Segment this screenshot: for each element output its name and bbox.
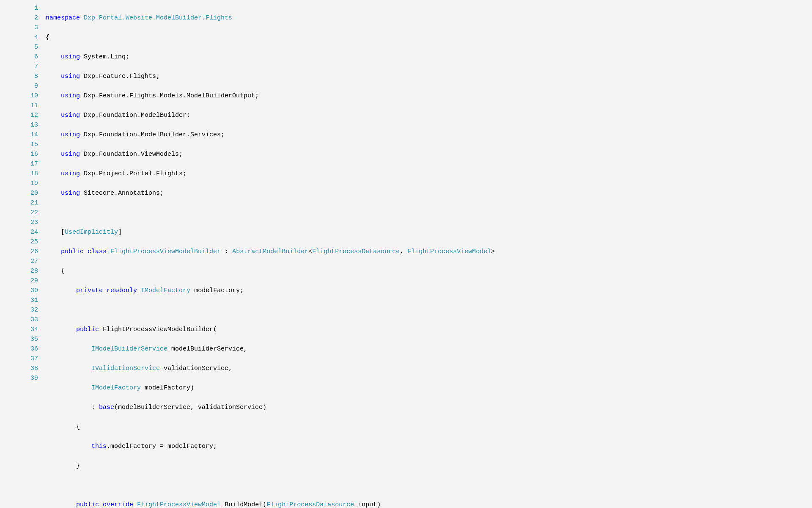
code-line: { [46,422,495,432]
line-number: 4 [0,33,38,42]
line-number: 2 [0,13,38,23]
code-line: using Dxp.Foundation.ViewModels; [46,149,495,159]
code-line: { [46,33,495,42]
code-line: using Dxp.Feature.Flights.Models.ModelBu… [46,91,495,101]
line-number: 36 [0,344,38,354]
line-number: 11 [0,101,38,110]
code-line: using Dxp.Foundation.ModelBuilder; [46,110,495,120]
line-number: 30 [0,286,38,295]
line-number: 20 [0,188,38,198]
line-number: 23 [0,218,38,227]
line-number: 35 [0,334,38,344]
line-number: 22 [0,208,38,218]
line-number: 38 [0,364,38,373]
code-line: [UsedImplicitly] [46,227,495,237]
line-number: 31 [0,295,38,305]
code-line: IModelBuilderService modelBuilderService… [46,344,495,354]
code-line: using System.Linq; [46,52,495,62]
line-number: 32 [0,305,38,315]
code-line: namespace Dxp.Portal.Website.ModelBuilde… [46,13,495,23]
line-number: 19 [0,179,38,188]
code-line: using Dxp.Foundation.ModelBuilder.Servic… [46,130,495,140]
line-number: 33 [0,315,38,325]
code-line: public override FlightProcessViewModel B… [46,500,495,508]
line-number: 5 [0,42,38,52]
code-line: { [46,266,495,276]
line-number: 29 [0,276,38,286]
code-line: public class FlightProcessViewModelBuild… [46,247,495,257]
line-number: 24 [0,227,38,237]
line-number: 39 [0,373,38,383]
line-number: 17 [0,159,38,169]
line-number: 13 [0,120,38,130]
line-number: 21 [0,198,38,208]
line-number: 15 [0,140,38,149]
line-number: 3 [0,23,38,33]
line-number: 16 [0,149,38,159]
code-line: IValidationService validationService, [46,364,495,373]
code-line: using Sitecore.Annotations; [46,188,495,198]
line-number: 34 [0,325,38,334]
code-line: : base(modelBuilderService, validationSe… [46,403,495,412]
code-line [46,208,495,218]
line-number: 28 [0,266,38,276]
code-line: private readonly IModelFactory modelFact… [46,286,495,295]
code-line: } [46,461,495,471]
code-content[interactable]: namespace Dxp.Portal.Website.ModelBuilde… [46,3,495,508]
line-number: 14 [0,130,38,140]
line-number: 7 [0,62,38,72]
code-line: this.modelFactory = modelFactory; [46,442,495,451]
code-line [46,305,495,315]
line-number-gutter: 1 2 3 4 5 6 7 8 9 10 11 12 13 14 15 16 1… [0,3,46,508]
line-number: 37 [0,354,38,364]
line-number: 26 [0,247,38,257]
line-number: 9 [0,81,38,91]
line-number: 8 [0,72,38,81]
code-line: public FlightProcessViewModelBuilder( [46,325,495,334]
line-number: 18 [0,169,38,179]
line-number: 27 [0,257,38,266]
line-number: 25 [0,237,38,247]
line-number: 6 [0,52,38,62]
line-number: 10 [0,91,38,101]
code-editor: 1 2 3 4 5 6 7 8 9 10 11 12 13 14 15 16 1… [0,0,812,508]
code-line [46,480,495,490]
line-number: 1 [0,3,38,13]
code-line: using Dxp.Project.Portal.Flights; [46,169,495,179]
code-line: using Dxp.Feature.Flights; [46,72,495,81]
code-line: IModelFactory modelFactory) [46,383,495,393]
line-number: 12 [0,110,38,120]
